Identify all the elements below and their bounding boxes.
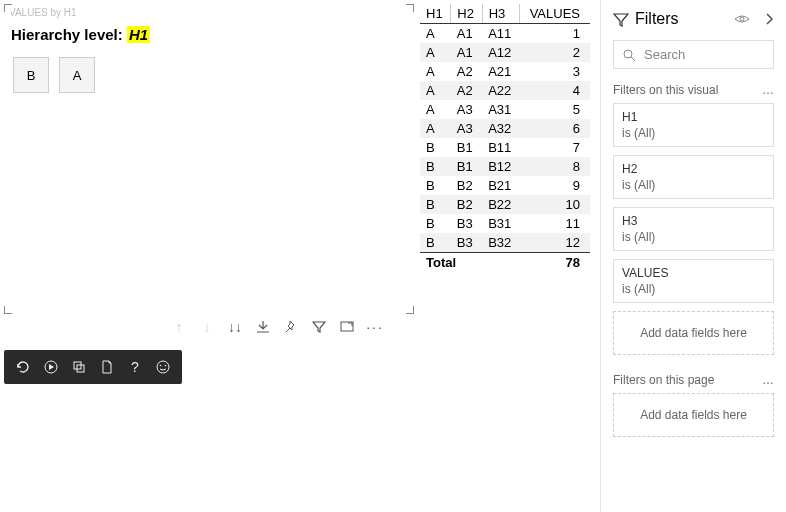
svg-point-8 bbox=[624, 50, 632, 58]
resize-handle-tl[interactable] bbox=[4, 4, 12, 12]
svg-point-7 bbox=[740, 17, 744, 21]
hierarchy-buttons: B A bbox=[5, 57, 413, 93]
filters-title: Filters bbox=[635, 10, 679, 28]
hierarchy-value: H1 bbox=[127, 26, 150, 43]
table-row[interactable]: AA3A326 bbox=[420, 119, 590, 138]
svg-point-5 bbox=[160, 365, 162, 367]
search-placeholder: Search bbox=[644, 47, 685, 62]
section-visual-title: Filters on this visual bbox=[613, 83, 718, 97]
visual-title: VALUES by H1 bbox=[5, 5, 413, 18]
col-h2[interactable]: H2 bbox=[451, 4, 482, 24]
pin-icon[interactable] bbox=[282, 318, 300, 336]
embed-toolbar: ? bbox=[4, 350, 182, 384]
col-values[interactable]: VALUES bbox=[519, 4, 590, 24]
table-row[interactable]: BB1B117 bbox=[420, 138, 590, 157]
data-table: H1H2H3VALUES AA1A111AA1A122AA2A213AA2A22… bbox=[420, 4, 590, 272]
table-row[interactable]: AA2A224 bbox=[420, 81, 590, 100]
play-icon[interactable] bbox=[40, 356, 62, 378]
collapse-icon[interactable] bbox=[764, 12, 774, 26]
feedback-icon[interactable] bbox=[152, 356, 174, 378]
table-row[interactable]: BB2B219 bbox=[420, 176, 590, 195]
add-fields-page[interactable]: Add data fields here bbox=[613, 393, 774, 437]
svg-point-6 bbox=[165, 365, 167, 367]
visual-toolbar: ↑ ↓ ↓↓ ··· bbox=[170, 318, 384, 336]
filter-card-values[interactable]: VALUESis (All) bbox=[613, 259, 774, 303]
hierarchy-button-b[interactable]: B bbox=[13, 57, 49, 93]
resize-handle-br[interactable] bbox=[406, 306, 414, 314]
filter-card-h3[interactable]: H3is (All) bbox=[613, 207, 774, 251]
hierarchy-label: Hierarchy level: H1 bbox=[5, 18, 413, 57]
table-row[interactable]: AA1A111 bbox=[420, 24, 590, 44]
table-row[interactable]: AA3A315 bbox=[420, 100, 590, 119]
expand-down-icon[interactable]: ↓↓ bbox=[226, 318, 244, 336]
more-options-icon[interactable]: ··· bbox=[366, 318, 384, 336]
expand-all-icon[interactable] bbox=[254, 318, 272, 336]
table-row[interactable]: BB2B2210 bbox=[420, 195, 590, 214]
resize-handle-tr[interactable] bbox=[406, 4, 414, 12]
col-h1[interactable]: H1 bbox=[420, 4, 451, 24]
data-table-area: H1H2H3VALUES AA1A111AA1A122AA2A213AA2A22… bbox=[420, 0, 600, 512]
add-fields-visual[interactable]: Add data fields here bbox=[613, 311, 774, 355]
visual-frame[interactable]: VALUES by H1 Hierarchy level: H1 B A bbox=[4, 4, 414, 314]
resize-handle-bl[interactable] bbox=[4, 306, 12, 314]
drill-up-icon[interactable]: ↑ bbox=[170, 318, 188, 336]
section-page-more[interactable]: … bbox=[762, 373, 774, 387]
table-row[interactable]: AA1A122 bbox=[420, 43, 590, 62]
hierarchy-button-a[interactable]: A bbox=[59, 57, 95, 93]
hierarchy-prefix: Hierarchy level: bbox=[11, 26, 127, 43]
drill-down-icon[interactable]: ↓ bbox=[198, 318, 216, 336]
filters-pane: Filters Search Filters on this visual … … bbox=[600, 0, 786, 512]
filter-card-h1[interactable]: H1is (All) bbox=[613, 103, 774, 147]
filter-card-h2[interactable]: H2is (All) bbox=[613, 155, 774, 199]
section-visual-more[interactable]: … bbox=[762, 83, 774, 97]
funnel-icon bbox=[613, 12, 627, 26]
table-row[interactable]: BB3B3111 bbox=[420, 214, 590, 233]
filter-icon[interactable] bbox=[310, 318, 328, 336]
table-total-row: Total78 bbox=[420, 253, 590, 273]
col-h3[interactable]: H3 bbox=[482, 4, 519, 24]
svg-point-4 bbox=[157, 361, 169, 373]
copy-icon[interactable] bbox=[68, 356, 90, 378]
section-page-title: Filters on this page bbox=[613, 373, 714, 387]
eye-icon[interactable] bbox=[734, 13, 750, 25]
search-icon bbox=[622, 48, 636, 62]
focus-mode-icon[interactable] bbox=[338, 318, 356, 336]
new-page-icon[interactable] bbox=[96, 356, 118, 378]
table-row[interactable]: BB1B128 bbox=[420, 157, 590, 176]
table-row[interactable]: BB3B3212 bbox=[420, 233, 590, 253]
help-icon[interactable]: ? bbox=[124, 356, 146, 378]
report-canvas: VALUES by H1 Hierarchy level: H1 B A ↑ ↓… bbox=[0, 0, 420, 512]
refresh-icon[interactable] bbox=[12, 356, 34, 378]
table-row[interactable]: AA2A213 bbox=[420, 62, 590, 81]
search-input[interactable]: Search bbox=[613, 40, 774, 69]
